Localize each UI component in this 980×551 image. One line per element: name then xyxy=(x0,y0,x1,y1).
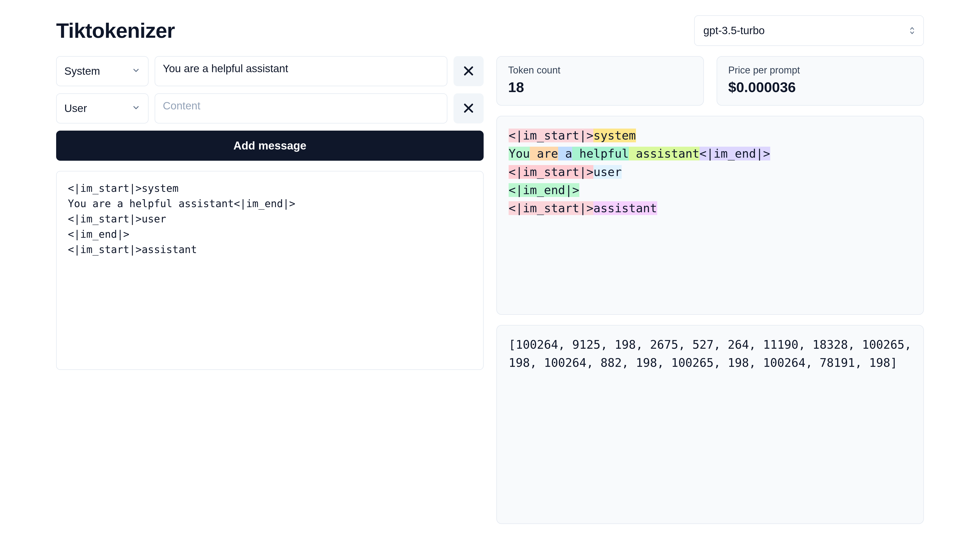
close-icon xyxy=(462,65,475,78)
token: You xyxy=(509,147,530,160)
token: are xyxy=(530,147,558,160)
token: <|im_end|> xyxy=(700,147,770,160)
token: helpful xyxy=(572,147,629,160)
token-ids: [100264, 9125, 198, 2675, 527, 264, 1119… xyxy=(496,325,924,524)
add-message-button[interactable]: Add message xyxy=(56,130,484,161)
message-row: System xyxy=(56,56,484,86)
role-select-value: User xyxy=(64,102,87,114)
chevron-up-down-icon xyxy=(910,27,915,35)
price-label: Price per prompt xyxy=(729,65,912,76)
token: a xyxy=(558,147,572,160)
model-selected-value: gpt-3.5-turbo xyxy=(703,24,765,37)
token-count-card: Token count 18 xyxy=(496,56,704,106)
token: assistant xyxy=(629,147,700,160)
chevron-down-icon xyxy=(132,65,140,77)
token: <|im_start|> xyxy=(509,165,593,179)
token-count-label: Token count xyxy=(508,65,692,76)
token: system xyxy=(593,129,636,142)
message-content-input[interactable] xyxy=(155,94,447,124)
token: <|im_start|> xyxy=(509,201,593,215)
page-title: Tiktokenizer xyxy=(56,19,175,43)
message-row: User xyxy=(56,94,484,124)
remove-message-button[interactable] xyxy=(453,56,484,86)
message-content-input[interactable] xyxy=(155,56,447,86)
close-icon xyxy=(462,102,475,115)
role-select[interactable]: User xyxy=(56,94,148,124)
model-select[interactable]: gpt-3.5-turbo xyxy=(694,15,924,46)
token: <|im_end|> xyxy=(509,183,579,197)
raw-prompt-textarea[interactable] xyxy=(56,171,484,370)
price-value: $0.000036 xyxy=(729,79,912,95)
role-select[interactable]: System xyxy=(56,56,148,86)
chevron-down-icon xyxy=(132,102,140,114)
role-select-value: System xyxy=(64,65,100,77)
token-visualization: <|im_start|>systemYou are a helpful assi… xyxy=(496,116,924,315)
token: user xyxy=(593,165,622,179)
token: assistant xyxy=(593,201,657,215)
token-count-value: 18 xyxy=(508,79,692,95)
remove-message-button[interactable] xyxy=(453,94,484,124)
price-card: Price per prompt $0.000036 xyxy=(717,56,924,106)
token: <|im_start|> xyxy=(509,129,593,142)
